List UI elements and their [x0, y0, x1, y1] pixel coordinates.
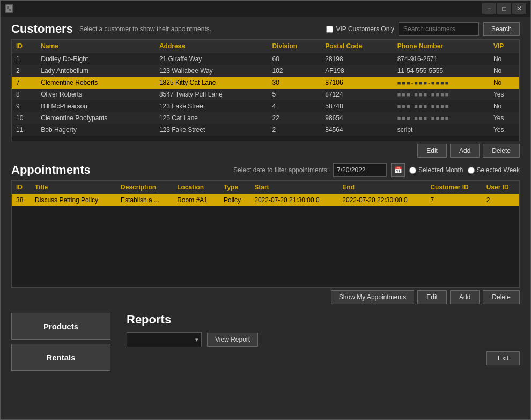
customers-edit-button[interactable]: Edit	[417, 144, 447, 158]
report-select[interactable]	[127, 332, 202, 347]
table-row[interactable]: 8 Oliver Roberts 8547 Twisty Puff Lane 5…	[12, 89, 519, 100]
cell-division: 4	[268, 100, 321, 112]
minimize-button[interactable]: −	[482, 3, 496, 14]
cell-name: Bob Hagerty	[36, 124, 155, 136]
table-row[interactable]: 10 Clementine Poofypants 125 Cat Lane 22…	[12, 112, 519, 124]
col-postal: Postal Code	[321, 40, 393, 53]
cell-phone: ■■■-■■■-■■■■	[393, 89, 489, 100]
table-row[interactable]: 1 Dudley Do-Right 21 Giraffe Way 60 2819…	[12, 53, 519, 65]
customers-add-button[interactable]: Add	[450, 144, 480, 158]
selected-week-radio[interactable]	[468, 167, 475, 174]
table-row[interactable]: 7 Clementine Roberts 1825 Kitty Cat Lane…	[12, 77, 519, 89]
exit-wrap: Exit	[127, 351, 520, 365]
cell-user-id: 2	[482, 194, 519, 207]
cell-name: Dudley Do-Right	[36, 53, 155, 65]
search-input[interactable]	[399, 22, 479, 36]
cell-id: 9	[12, 100, 36, 112]
cell-vip: No	[489, 65, 519, 77]
col-division: Division	[268, 40, 321, 53]
cell-division: 5	[268, 89, 321, 100]
products-button[interactable]: Products	[11, 313, 110, 340]
table-row[interactable]: 9 Bill McPhearson 123 Fake Street 4 5874…	[12, 100, 519, 112]
cell-phone: 11-54-555-5555	[393, 65, 489, 77]
title-bar: − □ ✕	[1, 1, 530, 17]
cell-id: 38	[12, 194, 31, 207]
rentals-button[interactable]: Rentals	[11, 344, 110, 371]
cell-phone: script	[393, 124, 489, 136]
cell-vip: No	[489, 53, 519, 65]
appointments-table-container: ID Title Description Location Type Start…	[11, 180, 520, 288]
appointments-tbody: 38 Discuss Petting Policy Establish a ..…	[12, 194, 519, 207]
customers-controls: VIP Customers Only Search	[326, 22, 520, 36]
appt-col-user-id: User ID	[482, 181, 519, 194]
cell-address: 123 Fake Street	[155, 100, 268, 112]
report-select-wrap	[127, 332, 202, 347]
appt-col-end: End	[338, 181, 426, 194]
vip-checkbox[interactable]	[326, 26, 333, 33]
cell-division: 30	[268, 77, 321, 89]
cell-id: 11	[12, 124, 36, 136]
cell-division: 102	[268, 65, 321, 77]
appointments-edit-button[interactable]: Edit	[417, 290, 447, 304]
customers-section: Customers Select a customer to show thei…	[11, 22, 520, 158]
customers-title: Customers	[11, 22, 73, 36]
selected-month-wrap: Selected Month	[409, 166, 463, 174]
cell-address: 123 Fake Street	[155, 124, 268, 136]
col-name: Name	[36, 40, 155, 53]
cell-phone: ■■■-■■■-■■■■	[393, 112, 489, 124]
show-my-appointments-button[interactable]: Show My Appointments	[331, 290, 414, 304]
app-icon	[5, 4, 13, 13]
appointments-table: ID Title Description Location Type Start…	[12, 181, 519, 206]
customers-delete-button[interactable]: Delete	[483, 144, 520, 158]
appointments-add-button[interactable]: Add	[450, 290, 480, 304]
view-report-button[interactable]: View Report	[207, 333, 258, 347]
customers-actions: Edit Add Delete	[11, 144, 520, 158]
cell-postal: 84564	[321, 124, 393, 136]
svg-rect-2	[9, 9, 11, 11]
cell-vip: Yes	[489, 89, 519, 100]
appointments-section: Appointments Select date to filter appoi…	[11, 163, 520, 304]
selected-month-radio[interactable]	[409, 167, 416, 174]
cell-name: Clementine Poofypants	[36, 112, 155, 124]
cell-start: 2022-07-20 21:30:00.0	[250, 194, 338, 207]
col-address: Address	[155, 40, 268, 53]
cell-postal: 87124	[321, 89, 393, 100]
cell-address: 125 Cat Lane	[155, 112, 268, 124]
appointments-delete-button[interactable]: Delete	[483, 290, 520, 304]
main-window: − □ ✕ Customers Select a customer to sho…	[0, 0, 531, 420]
col-vip: VIP	[489, 40, 519, 53]
appt-col-type: Type	[219, 181, 250, 194]
exit-button[interactable]: Exit	[486, 351, 520, 365]
cell-postal: 58748	[321, 100, 393, 112]
selected-week-wrap: Selected Week	[468, 166, 520, 174]
selected-month-label: Selected Month	[418, 166, 463, 174]
bottom-section: Products Rentals Reports View Report Exi…	[11, 313, 520, 371]
cell-postal: 28198	[321, 53, 393, 65]
appointments-controls: Select date to filter appointments: 📅 Se…	[233, 163, 520, 177]
cell-address: 123 Wallabee Way	[155, 65, 268, 77]
search-button[interactable]: Search	[483, 22, 520, 36]
close-button[interactable]: ✕	[512, 3, 526, 14]
cell-name: Oliver Roberts	[36, 89, 155, 100]
cell-division: 60	[268, 53, 321, 65]
appointments-thead: ID Title Description Location Type Start…	[12, 181, 519, 194]
cell-name: Clementine Roberts	[36, 77, 155, 89]
date-input[interactable]	[333, 163, 387, 177]
maximize-button[interactable]: □	[497, 3, 511, 14]
table-row[interactable]: 11 Bob Hagerty 123 Fake Street 2 84564 s…	[12, 124, 519, 136]
appointments-header-row: ID Title Description Location Type Start…	[12, 181, 519, 194]
calendar-button[interactable]: 📅	[391, 163, 405, 177]
cell-id: 1	[12, 53, 36, 65]
cell-phone: ■■■-■■■-■■■■	[393, 100, 489, 112]
main-content: Customers Select a customer to show thei…	[1, 17, 530, 419]
cell-postal: 98654	[321, 112, 393, 124]
cell-type: Policy	[219, 194, 250, 207]
cell-title: Discuss Petting Policy	[31, 194, 116, 207]
cell-division: 2	[268, 124, 321, 136]
table-row[interactable]: 38 Discuss Petting Policy Establish a ..…	[12, 194, 519, 207]
table-row[interactable]: 2 Lady Antebellum 123 Wallabee Way 102 A…	[12, 65, 519, 77]
cell-postal: 87106	[321, 77, 393, 89]
cell-vip: Yes	[489, 112, 519, 124]
title-bar-controls: − □ ✕	[482, 3, 526, 14]
appt-col-location: Location	[173, 181, 219, 194]
